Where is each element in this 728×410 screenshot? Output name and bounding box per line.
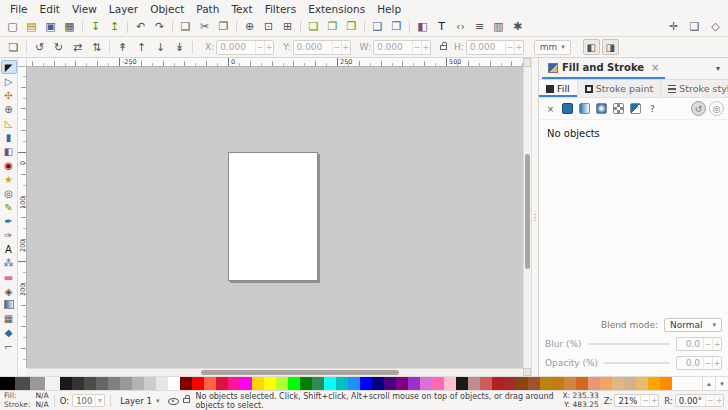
palette-swatch[interactable] (576, 377, 588, 390)
y-decrement-button[interactable]: − (332, 41, 341, 54)
palette-swatch[interactable] (84, 377, 96, 390)
palette-swatch[interactable] (216, 377, 228, 390)
linear-gradient-button[interactable] (579, 103, 590, 114)
paste-icon[interactable]: ❐ (214, 18, 233, 36)
select-all-icon[interactable]: ❏ (4, 38, 23, 56)
palette-swatch[interactable] (72, 377, 84, 390)
y-increment-button[interactable]: + (341, 41, 350, 54)
group-icon[interactable]: ❑ (368, 18, 387, 36)
palette-swatch[interactable] (45, 377, 60, 390)
palette-swatch[interactable] (288, 377, 300, 390)
print-icon[interactable]: ▦ (60, 18, 79, 36)
rotation-decrement-button[interactable]: − (705, 395, 714, 406)
open-document-icon[interactable]: ▤ (22, 18, 41, 36)
text-tool[interactable]: A (1, 242, 17, 256)
y-input[interactable]: 0.000 − + (293, 40, 351, 55)
palette-swatch[interactable] (444, 377, 456, 390)
horizontal-scrollbar[interactable] (27, 368, 523, 376)
lock-rulers-button[interactable] (523, 58, 531, 67)
flat-color-button[interactable] (562, 103, 573, 114)
document-properties-icon[interactable]: ▥ (489, 18, 508, 36)
tweak-tool[interactable]: ✣ (1, 88, 17, 102)
fill-rule-evenodd-button[interactable]: ◎ (709, 101, 724, 116)
preferences-icon[interactable]: ✱ (508, 18, 527, 36)
star-tool[interactable]: ★ (1, 172, 17, 186)
rotate-cw-icon[interactable]: ↻ (49, 38, 68, 56)
snap-nodes-icon[interactable]: ◇ (706, 18, 725, 36)
blur-slider[interactable] (588, 343, 670, 345)
palette-swatch[interactable] (648, 377, 660, 390)
close-dialog-icon[interactable]: × (651, 62, 659, 73)
save-icon[interactable]: ▣ (41, 18, 60, 36)
zoom-decrement-button[interactable]: − (640, 395, 649, 406)
tab-stroke-paint[interactable]: Stroke paint (578, 80, 662, 97)
palette-swatch[interactable] (30, 377, 45, 390)
palette-swatch[interactable] (516, 377, 528, 390)
palette-swatch[interactable] (660, 377, 672, 390)
tab-stroke-style[interactable]: Stroke style (661, 80, 728, 97)
opacity-input[interactable]: 0.0 − + (676, 356, 722, 370)
height-increment-button[interactable]: + (514, 41, 523, 54)
canvas-viewport[interactable] (27, 67, 523, 368)
rotate-ccw-icon[interactable]: ↺ (30, 38, 49, 56)
fill-rule-nonzero-button[interactable]: ↺ (691, 101, 706, 116)
menu-item[interactable]: Edit (34, 2, 66, 16)
palette-swatch[interactable] (96, 377, 108, 390)
move-gradients-toggle-icon[interactable]: ◨ (602, 39, 619, 55)
palette-swatch[interactable] (168, 377, 180, 390)
fill-stroke-indicator[interactable]: Fill: N/A Stroke: N/A (4, 392, 49, 409)
menu-item[interactable]: Text (225, 2, 258, 16)
palette-swatch[interactable] (264, 377, 276, 390)
selector-tool[interactable]: ◤ (1, 60, 17, 74)
zoom-page-icon[interactable]: ⊞ (278, 18, 297, 36)
palette-swatch[interactable] (624, 377, 636, 390)
node-tool[interactable]: ▷ (1, 74, 17, 88)
scale-stroke-toggle-icon[interactable]: ◧ (583, 39, 600, 55)
export-icon[interactable]: ↥ (105, 18, 124, 36)
raise-icon[interactable]: ↑ (132, 38, 151, 56)
horizontal-ruler[interactable]: -2500250500 (27, 58, 523, 67)
paint-bucket-tool[interactable]: ◈ (1, 284, 17, 298)
snap-toggle-icon[interactable]: ✛ (664, 18, 683, 36)
rotation-input[interactable]: 0.00° − + (675, 394, 724, 407)
radial-gradient-button[interactable] (596, 103, 607, 114)
palette-swatch[interactable] (360, 377, 372, 390)
zoom-input[interactable]: 21% − + (614, 394, 659, 407)
palette-swatch[interactable] (468, 377, 480, 390)
palette-swatch[interactable] (240, 377, 252, 390)
blend-mode-dropdown[interactable]: Normal ▾ (664, 318, 722, 332)
unlink-clone-icon[interactable]: ❒ (342, 18, 361, 36)
palette-swatch[interactable] (204, 377, 216, 390)
palette-swatch[interactable] (396, 377, 408, 390)
x-decrement-button[interactable]: − (255, 41, 264, 54)
unknown-paint-button[interactable]: ? (645, 102, 660, 115)
palette-swatch[interactable] (120, 377, 132, 390)
palette-swatch[interactable] (324, 377, 336, 390)
rectangle-tool[interactable]: ▮ (1, 130, 17, 144)
width-increment-button[interactable]: + (421, 41, 430, 54)
menu-item[interactable]: Filters (259, 2, 302, 16)
menu-item[interactable]: Help (371, 2, 407, 16)
rotation-increment-button[interactable]: + (714, 395, 723, 406)
palette-swatch[interactable] (588, 377, 600, 390)
vertical-scrollbar[interactable] (523, 67, 531, 368)
palette-swatch[interactable] (252, 377, 264, 390)
palette-swatch[interactable] (192, 377, 204, 390)
palette-swatch[interactable] (528, 377, 540, 390)
palette-swatch[interactable] (504, 377, 516, 390)
mesh-gradient-tool[interactable]: ▦ (1, 311, 17, 325)
palette-swatch[interactable] (228, 377, 240, 390)
zoom-increment-button[interactable]: + (649, 395, 658, 406)
blur-increment-button[interactable]: + (712, 338, 721, 350)
x-input[interactable]: 0.000 − + (216, 40, 274, 55)
opacity-decrement-button[interactable]: − (703, 357, 712, 369)
palette-swatch[interactable] (552, 377, 564, 390)
dropper-tool[interactable]: ◆ (1, 325, 17, 339)
pencil-tool[interactable]: ✎ (1, 200, 17, 214)
palette-swatch[interactable] (408, 377, 420, 390)
text-dialog-icon[interactable]: T (432, 18, 451, 36)
palette-swatch[interactable] (60, 377, 72, 390)
palette-swatch[interactable] (372, 377, 384, 390)
palette-swatch[interactable] (480, 377, 492, 390)
lock-width-height-toggle[interactable] (437, 40, 451, 55)
